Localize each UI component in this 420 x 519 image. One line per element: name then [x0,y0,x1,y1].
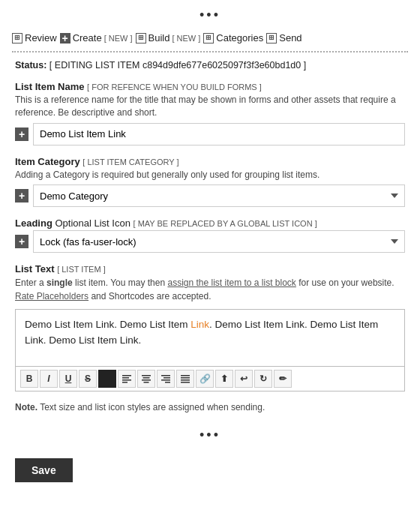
review-icon: ⊞ [12,33,22,44]
list-item-name-group: List Item Name [ FOR REFENCE WHEN YOU BU… [15,81,405,146]
toolbar-upload-button[interactable]: ⬆ [215,370,233,388]
toolbar-edit-button[interactable]: ✏ [274,370,292,388]
nav-send-label: Send [279,32,302,44]
nav-bar: ⊞ Review + Create [ NEW ] ⊞ Build [ NEW … [0,28,420,48]
editor-box: Demo List Item Link. Demo List Item Link… [15,309,405,392]
svg-rect-13 [181,377,190,379]
svg-rect-12 [181,375,190,376]
toolbar-color-button[interactable] [98,370,116,388]
svg-rect-1 [122,377,129,379]
list-text-sublabel: [ LIST ITEM ] [57,265,106,274]
nav-build-label: Build [148,32,170,44]
list-item-name-input[interactable] [33,123,405,146]
nav-create-label: Create [73,32,102,44]
editor-content[interactable]: Demo List Item Link. Demo List Item Link… [16,310,404,366]
status-value: [ EDITING LIST ITEM c894d9dfe677e6025097… [50,60,306,70]
item-category-group: Item Category [ LIST ITEM CATEGORY ] Add… [15,156,405,208]
categories-icon: ⊞ [203,33,214,44]
single-emphasis: single [46,278,73,288]
toolbar-undo-button[interactable]: ↩ [235,370,253,388]
item-category-desc: Adding a Category is required but genera… [15,169,405,182]
toolbar-redo-button[interactable]: ↻ [254,370,272,388]
toolbar-bold-button[interactable]: B [20,370,38,388]
svg-rect-0 [122,375,131,376]
nav-build-new: [ NEW ] [172,34,200,43]
save-button[interactable]: Save [15,458,73,482]
svg-rect-14 [181,380,190,381]
nav-create[interactable]: + Create [ NEW ] [60,32,133,44]
list-text-section: List Text [ LIST ITEM ] Enter a single l… [15,263,405,392]
send-icon: ⊞ [266,33,277,44]
list-item-name-add-icon[interactable]: + [15,128,28,141]
leading-icon-add-icon[interactable]: + [15,235,28,248]
note-bold: Note. [15,402,38,412]
create-icon: + [60,33,70,44]
nav-categories[interactable]: ⊞ Categories [203,32,263,44]
leading-icon-group: Leading Optional List Icon [ MAY BE REPL… [15,218,405,253]
note-line: Note. Text size and list icon styles are… [15,402,405,412]
toolbar-align-justify-button[interactable] [176,370,194,388]
editor-toolbar: B I U S 🔗 ⬆ ↩ ↻ [16,366,404,391]
svg-rect-7 [144,382,149,383]
svg-rect-2 [122,380,131,381]
toolbar-underline-button[interactable]: U [59,370,77,388]
note-text: Text size and list icon styles are assig… [40,402,265,412]
build-icon: ⊞ [136,33,146,44]
status-label: Status: [15,60,46,70]
nav-divider [12,51,408,52]
svg-rect-5 [143,377,150,379]
item-category-input-row: + Demo Category Category 2 Category 3 [15,184,405,207]
list-item-name-input-row: + [15,123,405,146]
svg-rect-10 [161,380,170,381]
leading-icon-sublabel: [ MAY BE REPLACED BY A GLOBAL LIST ICON … [134,219,317,228]
svg-rect-8 [161,375,170,376]
svg-rect-4 [142,375,151,376]
list-item-name-label: List Item Name [ FOR REFENCE WHEN YOU BU… [15,81,405,92]
svg-rect-3 [122,382,128,383]
leading-icon-label: Leading Optional List Icon [ MAY BE REPL… [15,218,405,229]
top-dots: ••• [0,0,420,28]
list-text-label: List Text [ LIST ITEM ] [15,263,405,274]
item-category-sublabel: [ LIST ITEM CATEGORY ] [82,158,178,166]
status-line: Status: [ EDITING LIST ITEM c894d9dfe677… [15,60,405,70]
item-category-select[interactable]: Demo Category Category 2 Category 3 [33,184,405,207]
editor-text-link: Link [190,319,209,330]
leading-icon-select[interactable]: Lock (fas fa-user-lock) None Star Check [33,230,405,253]
bottom-dots: ••• [0,420,420,451]
svg-rect-6 [142,380,151,381]
main-content: Status: [ EDITING LIST ITEM c894d9dfe677… [0,60,420,412]
nav-review[interactable]: ⊞ Review [12,32,57,44]
item-category-label: Item Category [ LIST ITEM CATEGORY ] [15,156,405,167]
svg-rect-11 [165,382,170,383]
list-item-name-desc: This is a reference name for the title t… [15,94,405,119]
assign-link[interactable]: assign the list item to a list block [167,278,296,288]
rate-placeholders-link[interactable]: Rate Placeholders [15,291,88,302]
nav-review-label: Review [25,32,57,44]
list-item-name-sublabel: [ FOR REFENCE WHEN YOU BUILD FORMS ] [87,82,262,92]
toolbar-align-center-button[interactable] [137,370,155,388]
toolbar-link-button[interactable]: 🔗 [196,370,214,388]
item-category-add-icon[interactable]: + [15,189,28,202]
nav-create-new: [ NEW ] [104,34,133,43]
svg-rect-9 [164,377,170,379]
toolbar-strikethrough-button[interactable]: S [79,370,97,388]
nav-build[interactable]: ⊞ Build [ NEW ] [136,32,201,44]
leading-icon-input-row: + Lock (fas fa-user-lock) None Star Chec… [15,230,405,253]
nav-categories-label: Categories [216,32,263,44]
editor-text-normal-1: Demo List Item Link. Demo List Item [25,319,190,330]
toolbar-italic-button[interactable]: I [40,370,58,388]
nav-send[interactable]: ⊞ Send [266,32,302,44]
toolbar-align-left-button[interactable] [118,370,136,388]
svg-rect-15 [181,382,190,383]
list-text-desc: Enter a single list item. You may then a… [15,276,405,303]
toolbar-align-right-button[interactable] [157,370,175,388]
